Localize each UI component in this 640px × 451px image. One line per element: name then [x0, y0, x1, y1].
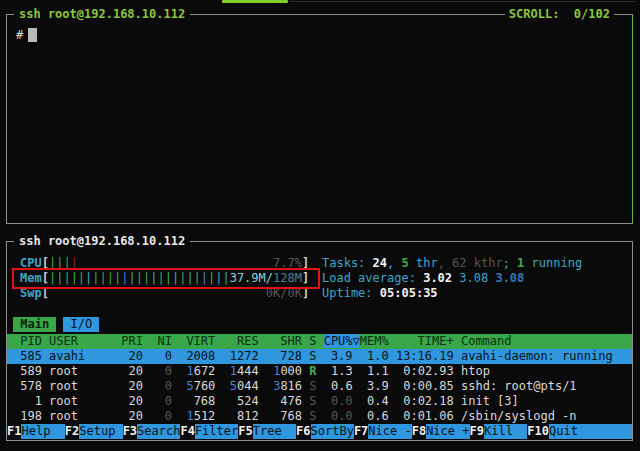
cpu-meter-close-bracket: ]	[302, 256, 309, 270]
process-row[interactable]: 198 root 20 0 1512 812 768 S 0.0 0.6 0:0…	[7, 409, 632, 424]
f3-key[interactable]: F3	[123, 424, 137, 439]
f2-key[interactable]: F2	[65, 424, 79, 439]
f9-kill-button[interactable]: Kill	[484, 424, 527, 439]
process-row[interactable]: 589 root 20 0 1672 1444 1000 R 1.3 1.1 0…	[7, 364, 632, 379]
load-average: Load average: 3.02 3.08 3.08	[322, 271, 524, 286]
f4-key[interactable]: F4	[180, 424, 194, 439]
f2-setup-button[interactable]: Setup	[79, 424, 122, 439]
tab-io[interactable]: I/O	[63, 317, 99, 332]
f8-key[interactable]: F8	[412, 424, 426, 439]
tasks-summary: Tasks: 24, 5 thr, 62 kthr; 1 running	[322, 256, 582, 271]
f5-tree-button[interactable]: Tree	[253, 424, 296, 439]
f1-key[interactable]: F1	[7, 424, 21, 439]
mem-meter-track: |||||||||||||||||||||||||37.9M/128M	[49, 271, 302, 286]
swp-meter-close-bracket: ]	[302, 286, 309, 300]
top-green-sliver	[222, 0, 288, 3]
f7-key[interactable]: F7	[354, 424, 368, 439]
f8-nice-plus-button[interactable]: Nice +	[426, 424, 469, 439]
function-key-bar: F1Help F2Setup F3Search F4Filter F5Tree …	[7, 424, 632, 439]
swp-meter-value: 0K/0K	[266, 286, 302, 301]
process-row-selected[interactable]: 585 avahi 20 0 2008 1272 728 S 3.9 1.0 1…	[7, 349, 632, 364]
f1-help-button[interactable]: Help	[21, 424, 64, 439]
mem-meter-close-bracket: ]	[302, 271, 309, 285]
cpu-meter-open-bracket: [	[42, 256, 49, 270]
cpu-meter-bars: ||||	[49, 256, 78, 270]
swp-meter-open-bracket: [	[42, 286, 49, 300]
cpu-meter-value: 7.7%	[273, 256, 302, 271]
process-row[interactable]: 1 root 20 0 768 524 476 S 0.0 0.4 0:02.1…	[7, 394, 632, 409]
screen-tabs: Main I/O	[13, 317, 99, 332]
process-row[interactable]: 578 root 20 0 5760 5044 3816 S 0.6 3.9 0…	[7, 379, 632, 394]
f4-filter-button[interactable]: Filter	[195, 424, 238, 439]
mem-meter-bars: |||||||||||||||||||||||||	[49, 271, 230, 285]
terminal-cursor	[28, 28, 37, 42]
mem-meter-label: Mem	[20, 271, 42, 285]
scroll-indicator: SCROLL: 0/102	[505, 7, 614, 22]
f7-nice-minus-button[interactable]: Nice -	[368, 424, 411, 439]
shell-prompt-line[interactable]: #	[16, 28, 37, 43]
tab-main[interactable]: Main	[13, 317, 56, 332]
f6-key[interactable]: F6	[296, 424, 310, 439]
top-pane[interactable]	[6, 14, 633, 224]
f10-quit-button[interactable]: Quit	[549, 424, 632, 439]
cpu-meter: CPU[||||7.7%]	[20, 256, 309, 271]
screen: { "top_pane": { "title": "ssh root@192.1…	[0, 0, 640, 451]
f10-key[interactable]: F10	[527, 424, 549, 439]
swp-meter-label: Swp	[20, 286, 42, 300]
top-faint-line	[290, 1, 635, 2]
uptime: Uptime: 05:05:35	[322, 286, 438, 301]
process-table-header[interactable]: PID USER PRI NI VIRT RES SHR S CPU%▽MEM%…	[7, 334, 632, 349]
swp-meter-track: 0K/0K	[49, 286, 302, 301]
htop-screen: CPU[||||7.7%] Mem[||||||||||||||||||||||…	[7, 242, 632, 440]
mem-meter-value: 37.9M/128M	[230, 271, 302, 286]
f5-key[interactable]: F5	[238, 424, 252, 439]
mem-meter-open-bracket: [	[42, 271, 49, 285]
f3-search-button[interactable]: Search	[137, 424, 180, 439]
top-pane-title: ssh root@192.168.10.112	[14, 7, 190, 22]
f6-sortby-button[interactable]: SortBy	[311, 424, 354, 439]
shell-prompt: #	[16, 28, 23, 42]
mem-meter: Mem[|||||||||||||||||||||||||37.9M/128M]	[20, 271, 309, 286]
bottom-pane-title: ssh root@192.168.10.112	[14, 234, 190, 249]
cpu-meter-label: CPU	[20, 256, 42, 270]
cpu-meter-track: ||||7.7%	[49, 256, 302, 271]
f9-key[interactable]: F9	[470, 424, 484, 439]
swp-meter: Swp[0K/0K]	[20, 286, 309, 301]
